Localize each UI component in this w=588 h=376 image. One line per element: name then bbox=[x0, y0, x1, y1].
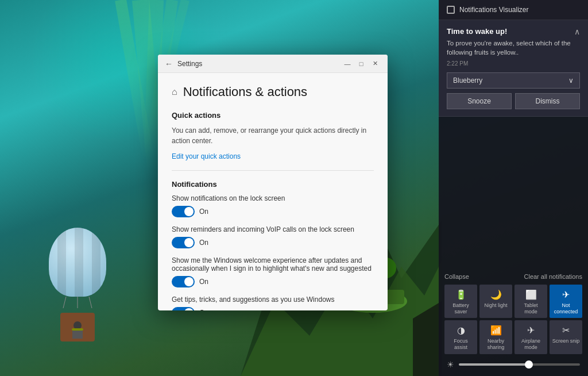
quick-actions-grid: 🔋 Battery saver 🌙 Night light ⬜ Tablet m… bbox=[444, 285, 582, 354]
dismiss-button[interactable]: Dismiss bbox=[515, 93, 580, 109]
notif-dropdown-value: Blueberry bbox=[453, 76, 482, 85]
setting-row-1: Show notifications on the lock screen On bbox=[172, 194, 374, 217]
svg-line-12 bbox=[89, 297, 92, 308]
notif-card-title: Time to wake up! bbox=[447, 27, 507, 36]
setting-label-4: Get tips, tricks, and suggestions as you… bbox=[172, 296, 374, 304]
qa-tile-tablet-mode[interactable]: ⬜ Tablet mode bbox=[514, 285, 547, 319]
toggle-label-2: On bbox=[199, 239, 208, 247]
toggle-label-3: On bbox=[199, 278, 208, 286]
notif-card-header: Time to wake up! ∧ bbox=[447, 27, 580, 36]
notif-viz-icon bbox=[447, 6, 455, 14]
qa-tile-label-tablet-mode: Tablet mode bbox=[517, 302, 545, 315]
nearby-sharing-icon: 📶 bbox=[490, 325, 502, 336]
home-icon: ⌂ bbox=[172, 87, 177, 97]
qa-tile-night-light[interactable]: 🌙 Night light bbox=[479, 285, 512, 319]
settings-window: ← Settings — □ ✕ ⌂ Notifications & actio… bbox=[158, 55, 388, 310]
qa-tile-label-night-light: Night light bbox=[484, 302, 507, 309]
toggle-3[interactable] bbox=[172, 276, 195, 287]
collapse-button[interactable]: Collapse bbox=[444, 273, 469, 280]
setting-label-2: Show reminders and incoming VoIP calls o… bbox=[172, 225, 374, 233]
qa-tile-airplane-mode[interactable]: ✈ Airplane mode bbox=[514, 320, 547, 354]
back-button[interactable]: ← bbox=[165, 59, 173, 68]
not-connected-icon: ✈ bbox=[562, 289, 570, 300]
qa-tile-focus-assist[interactable]: ◑ Focus assist bbox=[444, 320, 477, 354]
setting-label-3: Show me the Windows welcome experience a… bbox=[172, 256, 374, 273]
toggle-row-3: On bbox=[172, 276, 374, 287]
qa-tile-label-screen-snip: Screen snip bbox=[552, 338, 580, 344]
maximize-button[interactable]: □ bbox=[355, 58, 367, 70]
qa-tile-label-battery-saver: Battery saver bbox=[447, 302, 475, 315]
notif-card-close-button[interactable]: ∧ bbox=[574, 27, 580, 36]
chevron-down-icon: ∨ bbox=[568, 76, 574, 85]
focus-assist-icon: ◑ bbox=[457, 325, 465, 336]
clear-notifications-button[interactable]: Clear all notifications bbox=[524, 273, 583, 280]
notif-viz-header: Notifications Visualizer bbox=[439, 0, 588, 20]
balloon-basket bbox=[60, 313, 95, 342]
notif-buttons: Snooze Dismiss bbox=[447, 93, 580, 109]
section-divider-1 bbox=[172, 170, 374, 171]
titlebar: ← Settings — □ ✕ bbox=[158, 55, 388, 73]
action-center: Notifications Visualizer Time to wake up… bbox=[439, 0, 588, 376]
screen-snip-icon: ✂ bbox=[562, 325, 570, 336]
page-title: Notifications & actions bbox=[183, 85, 307, 99]
brightness-icon: ☀ bbox=[447, 360, 454, 369]
setting-row-3: Show me the Windows welcome experience a… bbox=[172, 256, 374, 287]
brightness-row: ☀ bbox=[444, 356, 582, 373]
edit-quick-actions-link[interactable]: Edit your quick actions bbox=[172, 152, 241, 160]
snooze-button[interactable]: Snooze bbox=[447, 93, 512, 109]
minimize-button[interactable]: — bbox=[342, 58, 353, 70]
qa-tile-screen-snip[interactable]: ✂ Screen snip bbox=[550, 320, 582, 354]
toggle-4[interactable] bbox=[172, 307, 195, 310]
qa-tile-label-nearby-sharing: Nearby sharing bbox=[482, 338, 510, 351]
spacer bbox=[439, 117, 588, 267]
quick-actions-title: Quick actions bbox=[172, 111, 374, 120]
qa-tile-not-connected[interactable]: ✈ Not connected bbox=[550, 285, 582, 319]
toggle-row-2: On bbox=[172, 237, 374, 248]
toggle-label-4: On bbox=[199, 309, 208, 310]
close-button[interactable]: ✕ bbox=[369, 58, 381, 70]
window-controls: — □ ✕ bbox=[342, 58, 381, 70]
notif-dropdown[interactable]: Blueberry ∨ bbox=[447, 72, 580, 89]
svg-line-10 bbox=[63, 297, 66, 308]
brightness-slider[interactable] bbox=[459, 363, 580, 366]
notifications-title: Notifications bbox=[172, 180, 374, 189]
qa-header: Collapse Clear all notifications bbox=[444, 273, 582, 280]
window-title: Settings bbox=[177, 60, 342, 68]
quick-actions-description: You can add, remove, or rearrange your q… bbox=[172, 125, 374, 146]
airplane-mode-icon: ✈ bbox=[527, 325, 535, 336]
notif-viz-title: Notifications Visualizer bbox=[459, 6, 529, 14]
setting-row-4: Get tips, tricks, and suggestions as you… bbox=[172, 296, 374, 310]
notif-card-body: To prove you're awake, select which of t… bbox=[447, 39, 580, 57]
night-light-icon: 🌙 bbox=[490, 289, 502, 300]
quick-actions-bottom: Collapse Clear all notifications 🔋 Batte… bbox=[439, 267, 588, 376]
quick-actions-section: Quick actions You can add, remove, or re… bbox=[172, 111, 374, 161]
settings-content: ⌂ Notifications & actions Quick actions … bbox=[158, 73, 388, 310]
balloon bbox=[34, 228, 121, 342]
toggle-1[interactable] bbox=[172, 206, 195, 217]
page-header: ⌂ Notifications & actions bbox=[172, 85, 374, 99]
qa-tile-label-focus-assist: Focus assist bbox=[447, 338, 475, 351]
brightness-thumb[interactable] bbox=[525, 360, 533, 369]
tablet-mode-icon: ⬜ bbox=[525, 289, 537, 300]
toggle-row-1: On bbox=[172, 206, 374, 217]
notif-card-time: 2:22 PM bbox=[447, 60, 580, 67]
balloon-envelope bbox=[49, 228, 106, 297]
qa-tile-label-not-connected: Not connected bbox=[552, 302, 580, 315]
setting-row-2: Show reminders and incoming VoIP calls o… bbox=[172, 225, 374, 248]
toggle-row-4: On bbox=[172, 307, 374, 310]
battery-saver-icon: 🔋 bbox=[455, 289, 467, 300]
setting-label-1: Show notifications on the lock screen bbox=[172, 194, 374, 202]
qa-tile-battery-saver[interactable]: 🔋 Battery saver bbox=[444, 285, 477, 319]
qa-tile-nearby-sharing[interactable]: 📶 Nearby sharing bbox=[479, 320, 512, 354]
qa-tile-label-airplane-mode: Airplane mode bbox=[517, 338, 545, 351]
notifications-section: Notifications Show notifications on the … bbox=[172, 180, 374, 310]
toggle-2[interactable] bbox=[172, 237, 195, 248]
toggle-label-1: On bbox=[199, 208, 208, 216]
notification-card: Time to wake up! ∧ To prove you're awake… bbox=[439, 20, 588, 117]
